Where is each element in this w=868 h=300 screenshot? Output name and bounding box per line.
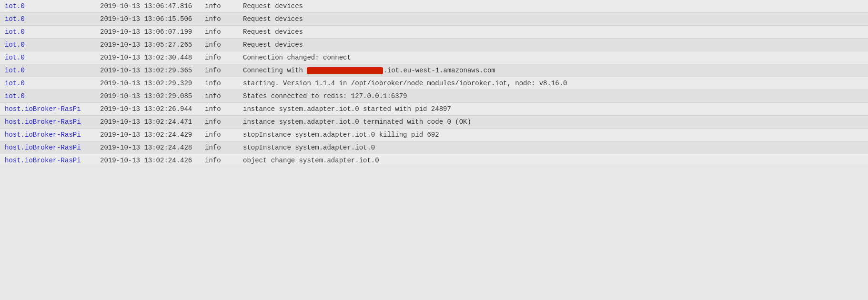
log-source: iot.0 — [0, 0, 95, 13]
log-source: iot.0 — [0, 77, 95, 90]
log-message: stopInstance system.adapter.iot.0 killin… — [238, 129, 868, 141]
log-level: info — [200, 64, 238, 77]
table-row: iot.02019-10-13 13:06:15.506infoRequest … — [0, 13, 868, 26]
log-message: instance system.adapter.iot.0 terminated… — [238, 116, 868, 129]
table-row: host.ioBroker-RasPi2019-10-13 13:02:24.4… — [0, 141, 868, 154]
log-source: iot.0 — [0, 39, 95, 51]
log-message: instance system.adapter.iot.0 started wi… — [238, 103, 868, 116]
log-time: 2019-10-13 13:06:47.816 — [95, 0, 200, 13]
log-level: info — [200, 141, 238, 154]
log-message: starting. Version 1.1.4 in /opt/iobroker… — [238, 77, 868, 90]
log-level: info — [200, 90, 238, 103]
log-level: info — [200, 154, 238, 167]
log-time: 2019-10-13 13:05:27.265 — [95, 39, 200, 51]
log-level: info — [200, 77, 238, 90]
log-level: info — [200, 0, 238, 13]
table-row: host.ioBroker-RasPi2019-10-13 13:02:26.9… — [0, 103, 868, 116]
log-time: 2019-10-13 13:02:30.448 — [95, 51, 200, 64]
table-row: iot.02019-10-13 13:02:29.365infoConnecti… — [0, 64, 868, 77]
log-source: iot.0 — [0, 64, 95, 77]
log-source: host.ioBroker-RasPi — [0, 116, 95, 129]
redacted-text: xxxxxxxxxxxxxxxxxxxx — [307, 67, 383, 74]
log-message: States connected to redis: 127.0.0.1:637… — [238, 90, 868, 103]
log-message: Request devices — [238, 39, 868, 51]
log-message: object change system.adapter.iot.0 — [238, 154, 868, 167]
table-row: host.ioBroker-RasPi2019-10-13 13:02:24.4… — [0, 116, 868, 129]
log-source: iot.0 — [0, 26, 95, 39]
log-time: 2019-10-13 13:02:24.471 — [95, 116, 200, 129]
log-message: Connection changed: connect — [238, 51, 868, 64]
log-time: 2019-10-13 13:02:24.429 — [95, 129, 200, 141]
log-message: Request devices — [238, 0, 868, 13]
log-level: info — [200, 103, 238, 116]
log-source: host.ioBroker-RasPi — [0, 154, 95, 167]
log-level: info — [200, 129, 238, 141]
log-time: 2019-10-13 13:06:15.506 — [95, 13, 200, 26]
log-message: stopInstance system.adapter.iot.0 — [238, 141, 868, 154]
log-level: info — [200, 26, 238, 39]
log-source: iot.0 — [0, 90, 95, 103]
table-row: host.ioBroker-RasPi2019-10-13 13:02:24.4… — [0, 154, 868, 167]
log-time: 2019-10-13 13:02:29.329 — [95, 77, 200, 90]
log-message: Request devices — [238, 26, 868, 39]
log-source: host.ioBroker-RasPi — [0, 129, 95, 141]
log-source: host.ioBroker-RasPi — [0, 141, 95, 154]
log-source: iot.0 — [0, 51, 95, 64]
log-level: info — [200, 51, 238, 64]
log-time: 2019-10-13 13:02:24.426 — [95, 154, 200, 167]
log-level: info — [200, 13, 238, 26]
log-source: host.ioBroker-RasPi — [0, 103, 95, 116]
log-message: Request devices — [238, 13, 868, 26]
log-table: iot.02019-10-13 13:06:47.816infoRequest … — [0, 0, 868, 167]
log-time: 2019-10-13 13:02:29.085 — [95, 90, 200, 103]
table-row: iot.02019-10-13 13:02:30.448infoConnecti… — [0, 51, 868, 64]
log-time: 2019-10-13 13:02:26.944 — [95, 103, 200, 116]
log-level: info — [200, 116, 238, 129]
log-time: 2019-10-13 13:02:24.428 — [95, 141, 200, 154]
log-message: Connecting with xxxxxxxxxxxxxxxxxxxx.iot… — [238, 64, 868, 77]
table-row: iot.02019-10-13 13:02:29.085infoStates c… — [0, 90, 868, 103]
table-row: iot.02019-10-13 13:06:47.816infoRequest … — [0, 0, 868, 13]
table-row: iot.02019-10-13 13:05:27.265infoRequest … — [0, 39, 868, 51]
table-row: iot.02019-10-13 13:06:07.199infoRequest … — [0, 26, 868, 39]
table-row: host.ioBroker-RasPi2019-10-13 13:02:24.4… — [0, 129, 868, 141]
log-time: 2019-10-13 13:02:29.365 — [95, 64, 200, 77]
log-level: info — [200, 39, 238, 51]
log-time: 2019-10-13 13:06:07.199 — [95, 26, 200, 39]
log-source: iot.0 — [0, 13, 95, 26]
table-row: iot.02019-10-13 13:02:29.329infostarting… — [0, 77, 868, 90]
